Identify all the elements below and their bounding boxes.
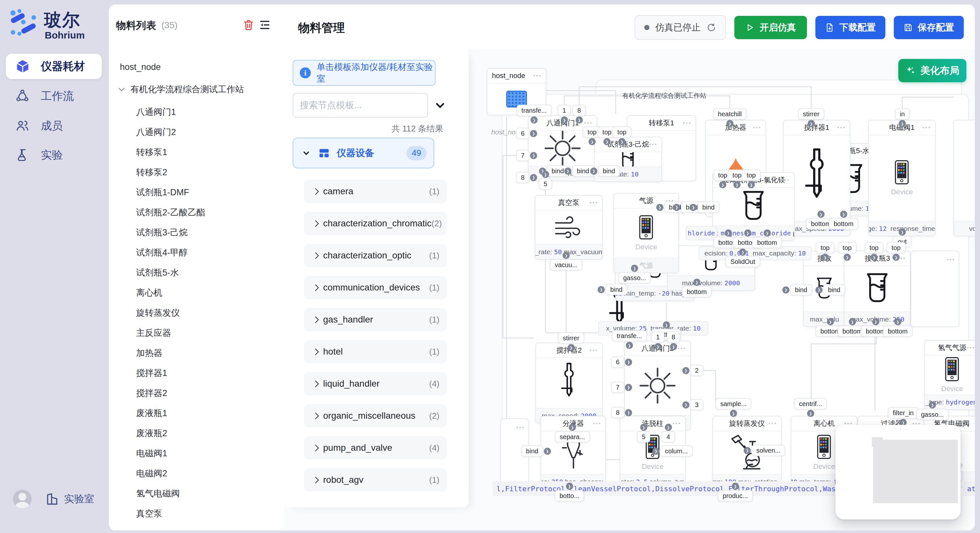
node-真空泵[interactable]: 真空泵•••pump_rate: 50 max_vacuum: 0.1 [535, 195, 603, 260]
port-transfe...[interactable]: transfe...❯ [517, 105, 552, 116]
port-4[interactable]: 4❯ [662, 431, 675, 443]
tree-item[interactable]: 试剂瓶1-DMF [136, 185, 189, 200]
sidebar-item-instruments[interactable]: 仪器耗材 [6, 54, 102, 79]
download-config-button[interactable]: 下载配置 [815, 16, 885, 39]
tree-item[interactable]: 加热器 [136, 345, 162, 361]
node-menu-icon[interactable]: ••• [678, 341, 686, 355]
node-menu-icon[interactable]: ••• [753, 121, 762, 135]
port-bottom[interactable]: bottom❯ [883, 326, 912, 337]
tree-item[interactable]: 废液瓶1 [136, 405, 167, 421]
port-vacuu...[interactable]: vacuu...❯ [550, 259, 582, 271]
node-menu-icon[interactable]: ••• [768, 416, 777, 431]
tree-item[interactable]: 离心机 [136, 285, 162, 300]
template-item-characterization_chromatic[interactable]: characterization_chromatic(2) [304, 212, 447, 235]
node-电磁阀1[interactable]: 电磁阀1•••Devicevoltage: 12 response_time: … [868, 120, 935, 236]
port-5[interactable]: 5❯ [637, 431, 650, 443]
template-item-hotel[interactable]: hotel(1) [304, 340, 447, 363]
node-menu-icon[interactable]: ••• [967, 341, 975, 355]
node-氢气气源[interactable]: 氢气气源•••Device_type: hydrogen, [924, 340, 975, 410]
tree-item[interactable]: 主反应器 [136, 325, 171, 341]
port-botto...[interactable]: botto...❯ [555, 490, 584, 501]
port-3[interactable]: 3❯ [690, 399, 703, 411]
port-colum...[interactable]: colum...❯ [660, 446, 692, 457]
tree-item[interactable]: 电磁阀2 [136, 466, 167, 481]
node-menu-icon[interactable]: ••• [516, 420, 525, 435]
tree-item[interactable]: 试剂瓶5-水 [136, 265, 179, 281]
tree-item[interactable]: 八通阀门1 [136, 104, 176, 120]
port-bottom[interactable]: bottom❯ [829, 218, 858, 230]
start-simulation-button[interactable]: 开启仿真 [734, 16, 807, 39]
node-menu-icon[interactable]: ••• [922, 121, 931, 135]
port-1[interactable]: 1❯ [651, 332, 664, 343]
tree-group-workstation[interactable]: 有机化学流程综合测试工作站 [117, 84, 244, 95]
port-top[interactable]: top❯ [612, 127, 631, 138]
port-8[interactable]: 8❯ [516, 172, 529, 183]
port-transfe...[interactable]: transfe...❯ [612, 330, 647, 342]
tree-item[interactable]: 真空泵 [136, 506, 162, 521]
template-item-communication_devices[interactable]: communication_devices(1) [304, 276, 447, 299]
node-menu-icon[interactable]: ••• [673, 416, 681, 431]
port-bind[interactable]: bind❯ [697, 202, 719, 213]
port-bind[interactable]: bind❯ [823, 284, 845, 296]
template-item-organic_miscellaneous[interactable]: organic_miscellaneous(2) [304, 404, 447, 427]
tree-item[interactable]: 电磁阀1 [136, 446, 167, 461]
tree-item[interactable]: 试剂瓶2-乙酸乙酯 [136, 205, 205, 220]
port-centrif...[interactable]: centrif...❯ [794, 398, 827, 409]
port-SolidOut[interactable]: SolidOut❯ [725, 256, 760, 268]
template-hint-banner[interactable]: i 单击模板添加仪器/耗材至实验室 [293, 60, 436, 86]
category-instruments[interactable]: 仪器设备 49 [293, 138, 434, 168]
refresh-icon[interactable] [706, 23, 716, 32]
tree-item[interactable]: 转移泵2 [136, 165, 167, 180]
port-bind[interactable]: bind❯ [605, 284, 627, 295]
port-7[interactable]: 7❯ [611, 382, 624, 393]
node-menu-icon[interactable]: ••• [590, 195, 598, 210]
sidebar-item-experiment[interactable]: 实验 [6, 143, 102, 168]
port-gasso...[interactable]: gasso...❯ [916, 409, 948, 420]
port-2[interactable]: 2❯ [690, 365, 703, 376]
template-item-liquid_handler[interactable]: liquid_handler(4) [304, 372, 447, 395]
save-config-button[interactable]: 保存配置 [894, 16, 964, 39]
port-top[interactable]: top❯ [742, 170, 760, 181]
collapse-panel-icon[interactable] [259, 19, 271, 31]
template-item-characterization_optic[interactable]: characterization_optic(1) [304, 244, 447, 267]
tree-item[interactable]: 试剂瓶3-己烷 [136, 225, 188, 240]
tree-item[interactable]: 转移泵1 [136, 144, 167, 160]
tree-item[interactable]: 搅拌器2 [136, 385, 167, 401]
port-heatchill[interactable]: heatchill❯ [713, 108, 746, 120]
node-menu-icon[interactable]: ••• [683, 116, 692, 130]
tree-item[interactable]: 搅拌器1 [136, 365, 167, 381]
node-menu-icon[interactable]: ••• [590, 343, 598, 357]
tree-item[interactable]: 八通阀门2 [136, 124, 176, 140]
minimap[interactable] [835, 425, 961, 519]
node-接收瓶3[interactable]: 接收瓶3•••max_volume: 250 [844, 251, 911, 327]
tree-item-host-node[interactable]: host_node [120, 62, 161, 72]
port-stirrer[interactable]: stirrer❯ [558, 333, 584, 344]
port-bottom[interactable]: bottom❯ [752, 237, 782, 248]
port-solven...[interactable]: solven...❯ [751, 445, 785, 456]
port-sample...[interactable]: sample...❯ [715, 398, 751, 409]
node-fragment[interactable]: voltage: 12 [953, 120, 975, 236]
port-filter_in[interactable]: filter_in❯ [888, 408, 918, 419]
beautify-layout-button[interactable]: 美化布局 [898, 59, 966, 82]
port-8[interactable]: 8❯ [611, 407, 624, 418]
port-bind[interactable]: bind❯ [790, 284, 812, 296]
port-bind[interactable]: bind❯ [598, 165, 620, 177]
delete-all-icon[interactable] [242, 19, 255, 31]
port-stirrer[interactable]: stirrer❯ [798, 108, 824, 120]
tree-item[interactable]: 废液瓶2 [136, 425, 167, 441]
search-input[interactable] [293, 93, 428, 117]
port-6[interactable]: 6❯ [611, 357, 624, 368]
sidebar-item-members[interactable]: 成员 [6, 113, 102, 139]
node-menu-icon[interactable]: ••• [781, 173, 790, 187]
node-menu-icon[interactable]: ••• [649, 137, 657, 152]
tree-item[interactable]: 旋转蒸发仪 [136, 305, 180, 320]
port-produc...[interactable]: produc...❯ [718, 490, 753, 501]
port-7[interactable]: 7❯ [516, 150, 529, 161]
minimap-viewport[interactable] [873, 440, 958, 503]
port-top[interactable]: top❯ [816, 242, 835, 254]
port-bottom[interactable]: bottom❯ [682, 286, 711, 298]
template-item-gas_handler[interactable]: gas_handler(1) [304, 308, 447, 331]
port-top[interactable]: top❯ [887, 242, 905, 254]
port-in[interactable]: in❯ [895, 108, 910, 120]
template-item-pump_and_valve[interactable]: pump_and_valve(4) [304, 436, 447, 460]
